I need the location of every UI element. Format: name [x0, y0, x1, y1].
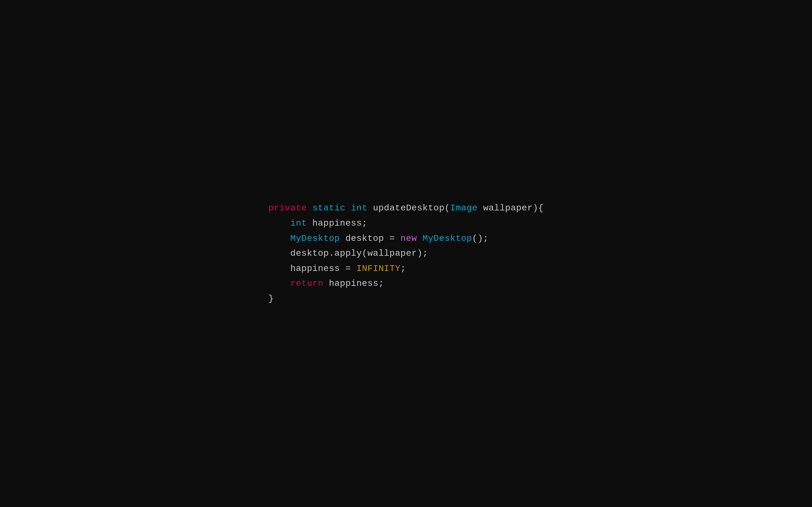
code-token: wallpaper){ [478, 201, 544, 216]
code-token: desktop = [340, 231, 401, 246]
code-token [417, 231, 422, 246]
code-block: private static int updateDesktop(Image w… [268, 201, 544, 306]
code-token [268, 231, 290, 246]
code-token [307, 201, 312, 216]
code-line: happiness = INFINITY; [268, 261, 544, 276]
code-token: (); [472, 231, 489, 246]
code-token: new [401, 231, 417, 246]
code-token: return [290, 276, 323, 291]
code-token: happiness = [268, 261, 357, 276]
code-line: int happiness; [268, 216, 544, 231]
code-token: MyDesktop [290, 231, 340, 246]
code-token: int [290, 216, 307, 231]
code-line: } [268, 291, 544, 306]
code-token: } [268, 291, 274, 306]
code-token: int [351, 201, 367, 216]
code-token: MyDesktop [422, 231, 472, 246]
code-token: private [268, 201, 307, 216]
code-token: desktop.apply(wallpaper); [268, 246, 428, 261]
code-line: return happiness; [268, 276, 544, 291]
code-token: happiness; [307, 216, 367, 231]
code-token: static [312, 201, 345, 216]
code-token [268, 216, 290, 231]
code-token [345, 201, 351, 216]
code-token: updateDesktop( [367, 201, 450, 216]
code-token: ; [401, 261, 406, 276]
code-token: happiness; [323, 276, 384, 291]
code-token: Image [450, 201, 478, 216]
code-line: MyDesktop desktop = new MyDesktop(); [268, 231, 544, 246]
code-token: INFINITY [357, 261, 401, 276]
code-line: desktop.apply(wallpaper); [268, 246, 544, 261]
code-line: private static int updateDesktop(Image w… [268, 201, 544, 216]
code-token [268, 276, 290, 291]
